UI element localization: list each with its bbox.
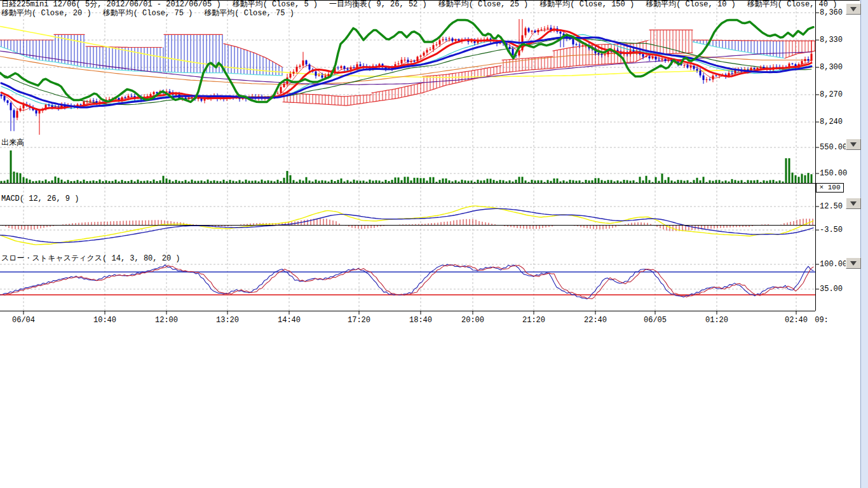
stoch-axis-label: 35.00: [820, 285, 843, 294]
legend-item: 移動平均( Close, 150 ): [539, 0, 634, 9]
time-axis-label: 06/04: [12, 316, 35, 325]
price-axis-label: 8,240: [820, 118, 843, 126]
stoch-panel-dropdown-button[interactable]: [846, 257, 861, 269]
legend-item: 移動平均( Close, 75 ): [103, 9, 193, 18]
price-axis-label: 8,270: [820, 90, 843, 99]
time-axis-label: 20:00: [461, 316, 484, 325]
time-axis-label: 01:20: [705, 316, 728, 325]
volume-multiplier-badge: × 100: [816, 183, 844, 193]
volume-panel-label: 出来高: [1, 137, 24, 148]
macd-panel-dropdown-button[interactable]: [846, 198, 861, 209]
chevron-down-icon: [850, 142, 857, 147]
legend-item: 一目均衡表( 9, 26, 52 ): [329, 0, 427, 9]
volume-axis-label: 150.00: [820, 169, 847, 178]
chevron-down-icon: [850, 201, 857, 206]
legend-row-1: 日経225mini 12/06( 5分, 2012/06/01 - 2012/0…: [1, 1, 848, 9]
legend-row-2: 移動平均( Close, 20 )移動平均( Close, 75 )移動平均( …: [1, 10, 306, 18]
legend-item: 移動平均( Close, 25 ): [438, 0, 529, 9]
time-axis-label: 12:00: [155, 316, 178, 325]
time-axis-label: 17:20: [348, 316, 370, 325]
price-axis-label: 8,360: [820, 8, 843, 17]
macd-panel-label: MACD( 12, 26, 9 ): [1, 194, 79, 203]
price-axis-label: 8,300: [820, 63, 843, 72]
chart-canvas[interactable]: [0, 0, 868, 330]
price-panel-dropdown-button[interactable]: [846, 3, 861, 15]
legend-item: 移動平均( Close, 10 ): [646, 0, 736, 9]
volume-axis-label: 550.00: [820, 143, 847, 152]
time-axis-label: 06/05: [644, 316, 667, 325]
time-axis-label: 09:: [815, 316, 829, 325]
chevron-down-icon: [850, 7, 857, 11]
legend-item: 移動平均( Close, 75 ): [204, 9, 294, 18]
chart-application-window: 日経225mini 12/06( 5分, 2012/06/01 - 2012/0…: [0, 0, 868, 488]
price-axis-label: 8,330: [820, 36, 843, 44]
time-axis-label: 18:40: [409, 316, 432, 325]
volume-panel-dropdown-button[interactable]: [846, 139, 861, 150]
legend-item: 移動平均( Close, 5 ): [233, 0, 318, 9]
vertical-scrollbar[interactable]: [860, 0, 868, 488]
time-axis-label: 02:40: [785, 316, 808, 325]
legend-item: 移動平均( Close, 20 ): [1, 9, 92, 18]
macd-axis-label: 12.50: [820, 202, 843, 211]
macd-axis-label: -3.50: [820, 226, 843, 234]
stochastics-panel-label: スロー・ストキャスティクス( 14, 3, 80, 20 ): [1, 253, 180, 264]
legend-item: 日経225mini 12/06( 5分, 2012/06/01 - 2012/0…: [1, 0, 221, 9]
time-axis-label: 10:40: [93, 316, 116, 325]
stoch-axis-label: 100.00: [820, 260, 847, 269]
time-axis-label: 13:20: [216, 316, 239, 325]
legend-item: 移動平均( Close, 40 ): [747, 0, 837, 9]
time-axis-label: 14:40: [278, 316, 301, 325]
time-axis-label: 22:40: [584, 316, 607, 325]
time-axis-label: 21:20: [522, 316, 545, 325]
chevron-down-icon: [850, 261, 857, 266]
